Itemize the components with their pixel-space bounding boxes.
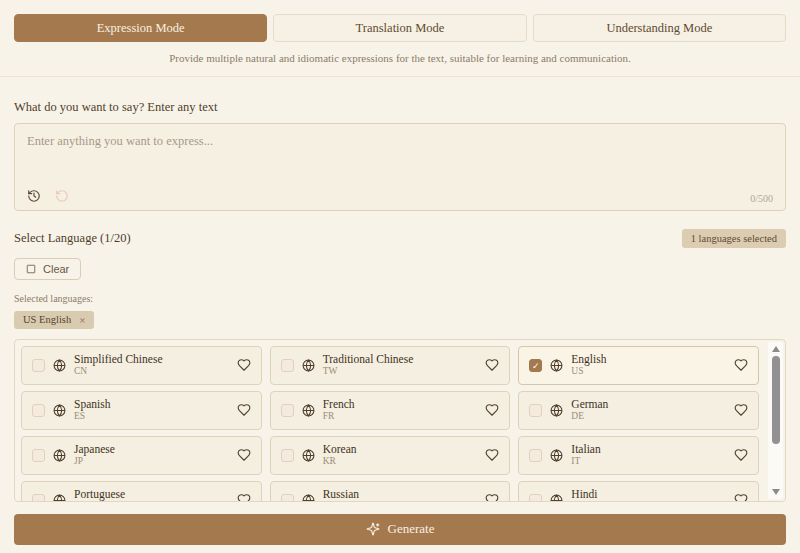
selected-language-chip: US English × [14, 311, 94, 329]
language-checkbox[interactable] [529, 494, 542, 502]
languages-selected-badge: 1 languages selected [682, 229, 786, 248]
char-counter: 0/500 [750, 193, 773, 204]
favorite-heart-icon[interactable] [734, 403, 748, 417]
language-checkbox[interactable]: ✓ [529, 359, 542, 372]
language-checkbox[interactable] [529, 404, 542, 417]
favorite-heart-icon[interactable] [734, 358, 748, 372]
favorite-heart-icon[interactable] [237, 358, 251, 372]
favorite-heart-icon[interactable] [237, 403, 251, 417]
globe-icon [550, 449, 563, 462]
clear-button-label: Clear [43, 263, 69, 275]
globe-icon [53, 359, 66, 372]
scroll-up-arrow[interactable] [772, 346, 780, 352]
clear-button[interactable]: Clear [14, 258, 81, 280]
language-info: English US [571, 353, 726, 377]
language-name: German [571, 398, 726, 411]
language-checkbox[interactable] [32, 404, 45, 417]
language-info: Italian IT [571, 443, 726, 467]
globe-icon [302, 359, 315, 372]
scrollbar[interactable] [768, 342, 783, 499]
language-name: Spanish [74, 398, 229, 411]
input-label: What do you want to say? Enter any text [14, 100, 786, 115]
language-info: Traditional Chinese TW [323, 353, 478, 377]
language-card[interactable]: Japanese JP [21, 436, 262, 475]
mode-description: Provide multiple natural and idiomatic e… [14, 52, 786, 64]
favorite-heart-icon[interactable] [485, 403, 499, 417]
language-checkbox[interactable] [281, 449, 294, 462]
language-name: Hindi [571, 488, 726, 501]
favorite-heart-icon[interactable] [485, 493, 499, 502]
language-card[interactable]: Korean KR [270, 436, 511, 475]
favorite-heart-icon[interactable] [734, 493, 748, 502]
globe-icon [302, 449, 315, 462]
language-card[interactable]: Italian IT [518, 436, 759, 475]
language-checkbox[interactable] [32, 494, 45, 502]
textarea-placeholder: Enter anything you want to express... [27, 134, 773, 149]
globe-icon [550, 359, 563, 372]
language-info: Spanish ES [74, 398, 229, 422]
generate-button[interactable]: Generate [14, 514, 786, 545]
language-name: French [323, 398, 478, 411]
history-icon[interactable] [27, 189, 41, 203]
language-code: FR [323, 411, 478, 422]
language-card[interactable]: Simplified Chinese CN [21, 346, 262, 385]
language-checkbox[interactable] [529, 449, 542, 462]
language-card[interactable]: Hindi IN [518, 481, 759, 502]
language-card[interactable]: Traditional Chinese TW [270, 346, 511, 385]
language-code: KR [323, 456, 478, 467]
language-info: Portuguese PT [74, 488, 229, 502]
language-card[interactable]: Portuguese PT [21, 481, 262, 502]
language-info: Japanese JP [74, 443, 229, 467]
language-card[interactable]: French FR [270, 391, 511, 430]
language-name: Russian [323, 488, 478, 501]
empty-checkbox-icon [26, 264, 36, 274]
mode-tabs: Expression Mode Translation Mode Underst… [14, 14, 786, 42]
language-code: TW [323, 366, 478, 377]
language-code: JP [74, 456, 229, 467]
expression-page: Expression Mode Translation Mode Underst… [0, 0, 800, 545]
language-info: French FR [323, 398, 478, 422]
language-code: CN [74, 366, 229, 377]
language-name: English [571, 353, 726, 366]
scroll-down-arrow[interactable] [772, 489, 780, 495]
language-code: ES [74, 411, 229, 422]
favorite-heart-icon[interactable] [485, 358, 499, 372]
favorite-heart-icon[interactable] [485, 448, 499, 462]
language-card[interactable]: German DE [518, 391, 759, 430]
section-divider [0, 76, 800, 77]
language-checkbox[interactable] [281, 359, 294, 372]
tab-expression-mode[interactable]: Expression Mode [14, 14, 267, 42]
language-checkbox[interactable] [281, 494, 294, 502]
language-checkbox[interactable] [281, 404, 294, 417]
favorite-heart-icon[interactable] [237, 493, 251, 502]
tab-translation-mode[interactable]: Translation Mode [273, 14, 526, 42]
language-checkbox[interactable] [32, 449, 45, 462]
favorite-heart-icon[interactable] [734, 448, 748, 462]
select-language-title: Select Language (1/20) [14, 231, 131, 246]
language-checkbox[interactable] [32, 359, 45, 372]
sparkles-icon [366, 522, 380, 536]
language-info: Russian RU [323, 488, 478, 502]
globe-icon [302, 494, 315, 502]
language-card[interactable]: Russian RU [270, 481, 511, 502]
language-info: Hindi IN [571, 488, 726, 502]
language-info: Korean KR [323, 443, 478, 467]
language-code: IT [571, 456, 726, 467]
globe-icon [302, 404, 315, 417]
chip-remove-icon[interactable]: × [79, 314, 85, 326]
favorite-heart-icon[interactable] [237, 448, 251, 462]
language-name: Simplified Chinese [74, 353, 229, 366]
language-list-container: Simplified Chinese CN Traditional Chines… [14, 339, 786, 502]
language-name: Traditional Chinese [323, 353, 478, 366]
reset-icon[interactable] [55, 189, 69, 203]
scrollbar-thumb[interactable] [772, 356, 780, 444]
chip-label: US English [23, 314, 71, 325]
generate-button-label: Generate [388, 521, 435, 537]
expression-textarea[interactable]: Enter anything you want to express... 0/… [14, 123, 786, 211]
language-card[interactable]: Spanish ES [21, 391, 262, 430]
language-info: Simplified Chinese CN [74, 353, 229, 377]
language-card[interactable]: ✓ English US [518, 346, 759, 385]
tab-understanding-mode[interactable]: Understanding Mode [533, 14, 786, 42]
language-grid: Simplified Chinese CN Traditional Chines… [21, 346, 759, 502]
language-name: Portuguese [74, 488, 229, 501]
